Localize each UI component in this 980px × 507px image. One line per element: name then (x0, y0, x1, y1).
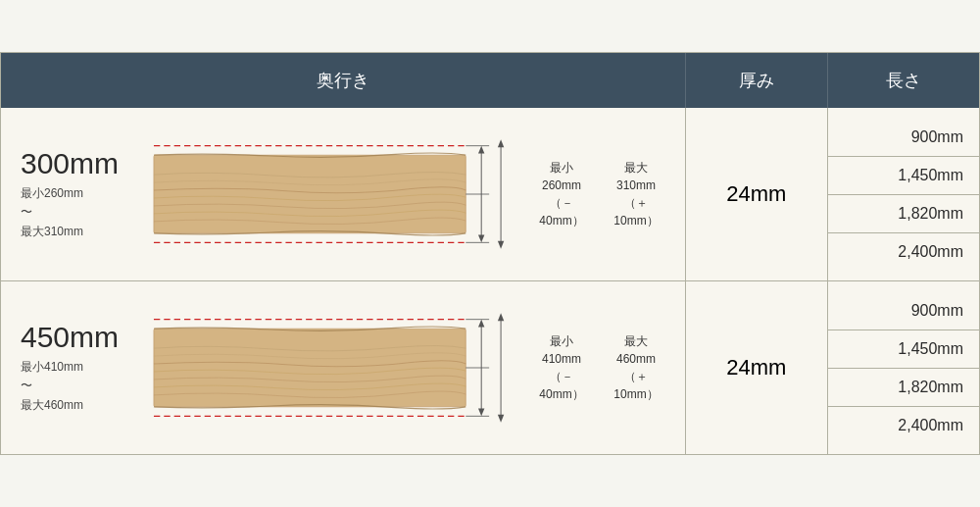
min-value-0: 260mm (528, 177, 595, 194)
svg-rect-0 (154, 155, 466, 233)
size-sub-1: 最小410mm〜最大460mm (21, 358, 134, 415)
okuiki-cell-0: 300mm 最小260mm〜最大310mm (1, 108, 685, 281)
nagasa-value-1-0: 900mm (828, 292, 979, 330)
nagasa-cell-1: 900mm1,450mm1,820mm2,400mm (827, 281, 979, 455)
atsumi-cell-0: 24mm (685, 108, 827, 281)
max-value-1: 460mm (603, 350, 669, 368)
nagasa-value-1-2: 1,820mm (828, 369, 979, 407)
header-okuiki: 奥行き (1, 53, 685, 108)
dim-labels-0: 最小 260mm （－40mm） 最大 310mm （＋10mm） (520, 159, 677, 229)
svg-marker-4 (478, 146, 484, 154)
min-label-0: 最小 (528, 159, 595, 177)
max-dim-0: 最大 310mm （＋10mm） (603, 159, 669, 229)
header-atsumi: 厚み (685, 53, 827, 108)
svg-rect-12 (154, 329, 466, 407)
svg-marker-17 (478, 408, 484, 416)
svg-marker-22 (498, 313, 504, 321)
nagasa-value-0-0: 900mm (828, 119, 979, 157)
min-diff-0: （－40mm） (528, 194, 595, 229)
svg-marker-10 (498, 139, 504, 147)
nagasa-cell-0: 900mm1,450mm1,820mm2,400mm (827, 108, 979, 281)
svg-marker-23 (498, 415, 504, 423)
max-diff-1: （＋10mm） (603, 368, 669, 403)
atsumi-cell-1: 24mm (685, 281, 827, 455)
min-label-1: 最小 (528, 332, 595, 350)
max-diff-0: （＋10mm） (603, 194, 669, 229)
size-label-1: 450mm 最小410mm〜最大460mm (9, 311, 146, 425)
nagasa-value-1-3: 2,400mm (828, 407, 979, 444)
okuiki-cell-1: 450mm 最小410mm〜最大460mm (1, 281, 685, 455)
min-dim-0: 最小 260mm （－40mm） (528, 159, 595, 229)
svg-marker-5 (478, 234, 484, 242)
nagasa-value-0-3: 2,400mm (828, 233, 979, 271)
wood-diagram-0 (146, 116, 520, 273)
header-nagasa: 長さ (827, 53, 979, 108)
wood-diagram-1 (146, 289, 520, 446)
size-sub-0: 最小260mm〜最大310mm (21, 184, 134, 241)
dim-labels-1: 最小 410mm （－40mm） 最大 460mm （＋10mm） (520, 332, 677, 403)
min-diff-1: （－40mm） (528, 368, 595, 403)
nagasa-value-0-1: 1,450mm (828, 157, 979, 195)
nagasa-value-0-2: 1,820mm (828, 195, 979, 233)
min-dim-1: 最小 410mm （－40mm） (528, 332, 595, 403)
max-label-1: 最大 (603, 332, 669, 350)
size-main-1: 450mm (21, 321, 134, 354)
svg-marker-11 (498, 241, 504, 249)
max-label-0: 最大 (603, 159, 669, 177)
size-main-0: 300mm (21, 147, 134, 180)
main-table: 奥行き 厚み 長さ 300mm 最小260mm〜最大310mm (0, 52, 980, 455)
max-value-0: 310mm (603, 177, 669, 194)
max-dim-1: 最大 460mm （＋10mm） (603, 332, 669, 403)
svg-marker-16 (478, 320, 484, 328)
size-label-0: 300mm 最小260mm〜最大310mm (9, 137, 146, 251)
nagasa-value-1-1: 1,450mm (828, 330, 979, 369)
min-value-1: 410mm (528, 350, 595, 368)
